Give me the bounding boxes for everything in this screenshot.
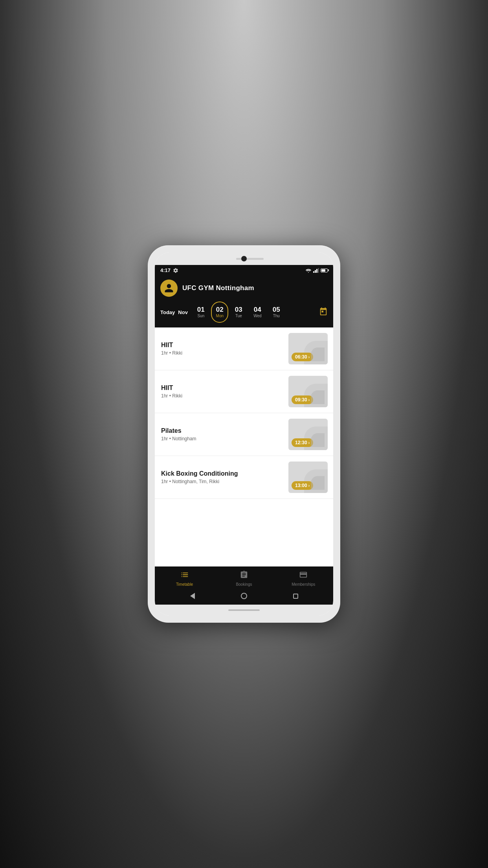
time-value: 13:00: [295, 483, 307, 488]
recents-button[interactable]: [292, 592, 299, 600]
calendar-icon[interactable]: [319, 307, 328, 318]
nav-label: Memberships: [292, 582, 315, 587]
nav-item-timetable[interactable]: Timetable: [173, 570, 196, 587]
home-bar: [228, 609, 260, 611]
date-item-01[interactable]: 01 Sun: [192, 302, 209, 323]
phone-bottom-bar: [155, 605, 333, 616]
class-item[interactable]: Kick Boxing Conditioning 1hr • Nottingha…: [155, 456, 333, 499]
date-num: 04: [254, 306, 261, 314]
class-item[interactable]: HIIT 1hr • Rikki 06:30 ›: [155, 327, 333, 370]
battery-icon: [321, 268, 328, 272]
header-top: UFC GYM Nottingham: [160, 280, 328, 297]
date-item-02[interactable]: 02 Mon: [211, 302, 228, 323]
nav-item-memberships[interactable]: Memberships: [292, 570, 315, 587]
date-day: Sun: [197, 314, 204, 318]
today-label: Today: [160, 309, 175, 315]
status-right: [305, 268, 328, 273]
dates-row: 01 Sun 02 Mon 03 Tue 04 Wed 05 Thu: [192, 302, 316, 323]
wifi-icon: [305, 268, 312, 273]
time-badge[interactable]: 13:00 ›: [292, 481, 313, 490]
class-thumbnail: 09:30 ›: [288, 376, 328, 407]
gear-icon: [173, 268, 178, 273]
class-info: HIIT 1hr • Rikki: [161, 342, 284, 356]
class-info: HIIT 1hr • Rikki: [161, 384, 284, 399]
nav-items: Timetable Bookings Memberships: [155, 566, 333, 589]
nav-label: Bookings: [236, 582, 252, 587]
class-name: Pilates: [161, 427, 284, 434]
camera: [241, 256, 247, 261]
date-num: 05: [273, 306, 280, 314]
date-num: 02: [216, 306, 224, 314]
android-nav: [155, 589, 333, 605]
classes-list: HIIT 1hr • Rikki 06:30 › HIIT 1hr • Rikk…: [155, 327, 333, 566]
avatar[interactable]: [160, 280, 178, 297]
class-meta: 1hr • Rikki: [161, 350, 284, 356]
date-num: 01: [197, 306, 205, 314]
nav-icon-bookings: [240, 570, 248, 581]
date-item-03[interactable]: 03 Tue: [230, 302, 247, 323]
class-info: Kick Boxing Conditioning 1hr • Nottingha…: [161, 470, 284, 484]
class-name: Kick Boxing Conditioning: [161, 470, 284, 477]
class-name: HIIT: [161, 342, 284, 349]
chevron-right-icon: ›: [308, 355, 310, 359]
status-left: 4:17: [160, 267, 178, 273]
date-day: Thu: [273, 314, 280, 318]
signal-icon: [313, 268, 319, 273]
class-meta: 1hr • Nottingham: [161, 436, 284, 441]
nav-icon-timetable: [180, 570, 189, 581]
phone-device: 4:17: [148, 245, 340, 623]
date-day: Tue: [235, 314, 242, 318]
date-num: 03: [235, 306, 242, 314]
date-day: Mon: [216, 314, 224, 318]
app-header: UFC GYM Nottingham Today Nov 01 Sun 02 M…: [155, 276, 333, 327]
time-badge[interactable]: 06:30 ›: [292, 353, 313, 361]
class-thumbnail: 13:00 ›: [288, 462, 328, 493]
phone-screen: 4:17: [155, 252, 333, 616]
class-item[interactable]: HIIT 1hr • Rikki 09:30 ›: [155, 370, 333, 413]
chevron-right-icon: ›: [308, 398, 310, 402]
class-info: Pilates 1hr • Nottingham: [161, 427, 284, 441]
month-label: Nov: [178, 309, 189, 315]
home-circle-icon: [241, 593, 247, 599]
time-value: 09:30: [295, 397, 307, 403]
chevron-right-icon: ›: [308, 441, 310, 445]
phone-top-bar: [155, 252, 333, 265]
speaker: [236, 258, 264, 260]
time-value: 06:30: [295, 354, 307, 360]
nav-item-bookings[interactable]: Bookings: [232, 570, 256, 587]
class-thumbnail: 06:30 ›: [288, 333, 328, 364]
status-bar: 4:17: [155, 265, 333, 276]
class-thumbnail: 12:30 ›: [288, 419, 328, 450]
bottom-nav: Timetable Bookings Memberships: [155, 566, 333, 605]
home-button[interactable]: [240, 592, 248, 600]
nav-label: Timetable: [176, 582, 193, 587]
status-time: 4:17: [160, 267, 171, 273]
class-item[interactable]: Pilates 1hr • Nottingham 12:30 ›: [155, 413, 333, 456]
app-screen: 4:17: [155, 265, 333, 605]
time-value: 12:30: [295, 440, 307, 445]
gym-name: UFC GYM Nottingham: [182, 284, 254, 292]
chevron-right-icon: ›: [308, 484, 310, 488]
nav-icon-memberships: [299, 570, 308, 581]
user-icon: [164, 283, 174, 293]
recents-square-icon: [293, 594, 298, 599]
back-button[interactable]: [189, 592, 196, 600]
date-selector: Today Nov 01 Sun 02 Mon 03 Tue 04 Wed 05…: [160, 302, 328, 323]
class-meta: 1hr • Rikki: [161, 393, 284, 399]
back-triangle-icon: [190, 593, 195, 599]
class-meta: 1hr • Nottingham, Tim, Rikki: [161, 479, 284, 484]
date-item-05[interactable]: 05 Thu: [268, 302, 285, 323]
time-badge[interactable]: 12:30 ›: [292, 438, 313, 447]
date-day: Wed: [253, 314, 261, 318]
date-item-04[interactable]: 04 Wed: [249, 302, 266, 323]
time-badge[interactable]: 09:30 ›: [292, 395, 313, 404]
class-name: HIIT: [161, 384, 284, 392]
